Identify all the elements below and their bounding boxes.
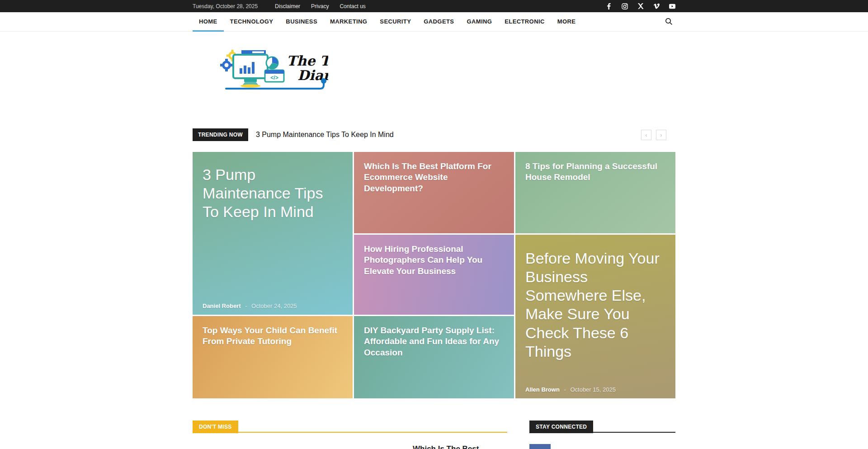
featured-article-diy-backyard[interactable]: DIY Backyard Party Supply List: Affordab… xyxy=(354,316,514,398)
featured-article-before-moving[interactable]: Before Moving Your Business Somewhere El… xyxy=(515,235,675,398)
pie-chart-icon xyxy=(266,57,278,69)
top-bar: Tuesday, October 28, 2025 Disclaimer Pri… xyxy=(0,0,868,12)
youtube-icon[interactable] xyxy=(669,3,675,9)
code-tag-icon: </> xyxy=(265,70,284,82)
article-title[interactable]: Top Ways Your Child Can Benefit From Pri… xyxy=(203,325,343,347)
nav-item-business[interactable]: BUSINESS xyxy=(279,12,324,32)
topbar-link-contact[interactable]: Contact us xyxy=(340,3,365,9)
nav-item-security[interactable]: SECURITY xyxy=(373,12,417,32)
list-item[interactable]: Which Is The Best Platform For Ecommerce… xyxy=(193,444,507,449)
nav-item-gaming[interactable]: GAMING xyxy=(460,12,498,32)
nav-item-home[interactable]: HOME xyxy=(193,12,224,32)
featured-article-private-tutoring[interactable]: Top Ways Your Child Can Benefit From Pri… xyxy=(193,316,353,398)
article-title[interactable]: 8 Tips for Planning a Successful House R… xyxy=(525,161,665,183)
featured-article-pump-maintenance[interactable]: 3 Pump Maintenance Tips To Keep In Mind … xyxy=(193,152,353,315)
instagram-icon[interactable] xyxy=(622,3,628,9)
trending-bar: TRENDING NOW 3 Pump Maintenance Tips To … xyxy=(193,128,675,141)
search-icon xyxy=(665,18,673,27)
topbar-link-disclaimer[interactable]: Disclaimer xyxy=(275,3,300,9)
trending-next-button[interactable]: › xyxy=(656,130,666,140)
logo-text-line1: The Tech xyxy=(287,53,328,69)
facebook-icon[interactable] xyxy=(529,444,551,449)
trending-headline-link[interactable]: 3 Pump Maintenance Tips To Keep In Mind xyxy=(256,131,394,139)
dont-miss-badge: DON'T MISS xyxy=(193,421,238,433)
vimeo-icon[interactable] xyxy=(653,3,660,9)
dont-miss-section: DON'T MISS Which Is The Best Platform Fo… xyxy=(193,421,507,449)
nav-item-more[interactable]: MORE xyxy=(551,12,582,32)
nav-item-marketing[interactable]: MARKETING xyxy=(324,12,373,32)
article-title-link[interactable]: Which Is The Best Platform For Ecommerce… xyxy=(413,444,507,449)
facebook-widget: 1,456 Fans LIKE xyxy=(529,444,675,449)
article-author-link[interactable]: Daniel Robert xyxy=(203,302,241,309)
article-date: October 24, 2025 xyxy=(251,302,297,309)
article-title[interactable]: How Hiring Professional Photographers Ca… xyxy=(364,244,504,277)
featured-article-house-remodel[interactable]: 8 Tips for Planning a Successful House R… xyxy=(515,152,675,233)
social-links xyxy=(606,3,675,9)
trending-badge: TRENDING NOW xyxy=(193,128,248,141)
trending-prev-button[interactable]: ‹ xyxy=(641,130,651,140)
article-title[interactable]: Which Is The Best Platform For Ecommerce… xyxy=(364,161,504,194)
search-button[interactable] xyxy=(662,12,675,32)
nav-item-electronic[interactable]: ELECTRONIC xyxy=(498,12,551,32)
article-thumbnail-placeholder xyxy=(193,444,401,449)
topbar-link-privacy[interactable]: Privacy xyxy=(311,3,329,9)
nav-item-gadgets[interactable]: GADGETS xyxy=(417,12,460,32)
current-date: Tuesday, October 28, 2025 xyxy=(193,3,258,9)
facebook-icon[interactable] xyxy=(606,3,612,9)
main-navigation: HOME TECHNOLOGY BUSINESS MARKETING SECUR… xyxy=(0,12,868,32)
site-logo[interactable]: </> The Tech Diary xyxy=(220,47,328,92)
stay-connected-section: STAY CONNECTED 1,456 Fans LIKE xyxy=(529,421,675,449)
svg-text:</>: </> xyxy=(270,75,278,81)
article-title[interactable]: 3 Pump Maintenance Tips To Keep In Mind xyxy=(203,165,343,221)
article-author-link[interactable]: Allen Brown xyxy=(525,386,560,393)
x-twitter-icon[interactable] xyxy=(637,3,644,9)
article-title[interactable]: DIY Backyard Party Supply List: Affordab… xyxy=(364,325,504,358)
featured-article-photographers[interactable]: How Hiring Professional Photographers Ca… xyxy=(354,235,514,315)
article-meta: Allen Brown - October 15, 2025 xyxy=(525,386,616,393)
site-header: </> The Tech Diary xyxy=(0,32,868,118)
featured-grid: 3 Pump Maintenance Tips To Keep In Mind … xyxy=(193,152,675,398)
featured-article-ecommerce-platform[interactable]: Which Is The Best Platform For Ecommerce… xyxy=(354,152,514,233)
article-title[interactable]: Before Moving Your Business Somewhere El… xyxy=(525,249,665,361)
stay-connected-badge: STAY CONNECTED xyxy=(529,421,593,433)
article-meta: Daniel Robert - October 24, 2025 xyxy=(203,302,297,309)
monitor-icon xyxy=(233,55,268,88)
dont-miss-underline xyxy=(193,432,507,433)
nav-item-technology[interactable]: TECHNOLOGY xyxy=(224,12,280,32)
article-date: October 15, 2025 xyxy=(570,386,615,393)
